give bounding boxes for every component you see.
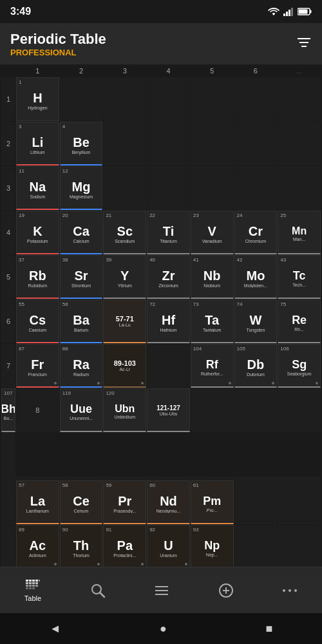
element-U[interactable]: 92 U Uranium [147, 525, 190, 567]
col-7-header: ... [278, 66, 321, 76]
element-W[interactable]: 74 W Tungsten [234, 299, 278, 343]
element-Ba[interactable]: 56 Ba Barium [60, 299, 103, 343]
empty-2-3 [103, 122, 146, 166]
period-1-label: 1 [1, 77, 15, 121]
element-Np[interactable]: 93 Np Nep... [191, 525, 234, 567]
add-icon [218, 583, 234, 598]
element-Mg[interactable]: 12 Mg Magnesium [60, 166, 103, 210]
element-La[interactable]: 57 La Lanthanum [16, 480, 59, 524]
filter-button[interactable] [296, 35, 312, 52]
svg-rect-22 [35, 585, 38, 587]
empty-1-4 [147, 77, 190, 121]
back-button[interactable]: ◄ [50, 622, 61, 636]
element-Ac[interactable]: 89 Ac Actinium [16, 525, 59, 567]
svg-rect-10 [26, 580, 28, 582]
element-Ti[interactable]: 22 Ti Titanium [147, 211, 190, 254]
element-Cs[interactable]: 55 Cs Caesium [16, 299, 59, 343]
nav-list[interactable] [154, 584, 169, 597]
element-K[interactable]: 19 K Potassium [16, 211, 59, 254]
periodic-table-scroll[interactable]: 1 2 3 4 5 6 ... 1 1 H Hydrogen [0, 64, 322, 567]
svg-rect-0 [283, 14, 285, 16]
element-UbuUbs[interactable]: 121-127 Ubu-Ubs [147, 388, 190, 432]
svg-rect-1 [286, 12, 288, 16]
element-Fr[interactable]: 87 Fr Francium [16, 344, 59, 388]
empty-3-3 [103, 166, 146, 210]
element-Uue[interactable]: 119 Uue Ununenni... [60, 388, 103, 432]
bottom-nav: Table [0, 567, 322, 613]
element-Mn[interactable]: 25 Mn Man... [278, 211, 321, 254]
element-Zr[interactable]: 40 Zr Zirconium [147, 255, 190, 299]
header-title-block: Periodic Table PROFESSIONAL [10, 31, 106, 57]
svg-rect-24 [29, 587, 32, 589]
period-8-label: 8 [16, 388, 59, 432]
nav-table[interactable]: Table [24, 579, 41, 602]
col-3-header: 3 [103, 66, 146, 76]
empty-8-7 [1, 433, 15, 477]
status-time: 3:49 [10, 6, 31, 17]
empty-1-2 [60, 77, 103, 121]
svg-rect-15 [26, 582, 28, 584]
main-content: 1 2 3 4 5 6 ... 1 1 H Hydrogen [0, 64, 322, 567]
element-Y[interactable]: 39 Y Yttrium [103, 255, 146, 299]
element-Sr[interactable]: 38 Sr Strontium [60, 255, 103, 299]
empty-2-7 [278, 122, 321, 166]
home-button[interactable]: ● [160, 622, 167, 636]
element-Pm[interactable]: 61 Pm Pro... [191, 480, 234, 524]
nav-more[interactable] [282, 588, 298, 593]
empty-la-6 [234, 480, 278, 524]
element-Cr[interactable]: 24 Cr Chromium [234, 211, 278, 254]
element-Sc[interactable]: 21 Sc Scandium [103, 211, 146, 254]
element-Th[interactable]: 90 Th Thorium [60, 525, 103, 567]
empty-la-label [1, 480, 15, 524]
svg-rect-11 [29, 580, 32, 582]
element-Tc[interactable]: 43 Tc Tech... [278, 255, 321, 299]
nav-add[interactable] [218, 583, 234, 598]
col-5-header: 5 [191, 66, 234, 76]
empty-3-6 [234, 166, 278, 210]
lanthanide-row: 57 La Lanthanum 58 Ce Cerium 59 Pr Prase… [1, 480, 321, 567]
element-Ta[interactable]: 73 Ta Tantalum [191, 299, 234, 343]
element-Be[interactable]: 4 Be Beryllium [60, 122, 103, 166]
element-Pa[interactable]: 91 Pa Protactini... [103, 525, 146, 567]
element-Hf[interactable]: 72 Hf Hafnium [147, 299, 190, 343]
list-icon [154, 584, 169, 597]
element-Mo[interactable]: 42 Mo Molybden... [234, 255, 278, 299]
element-Db[interactable]: 105 Db Dubnium [234, 344, 278, 388]
element-Ca[interactable]: 20 Ca Calcium [60, 211, 103, 254]
element-Nb[interactable]: 41 Nb Niobium [191, 255, 234, 299]
col-4-header: 4 [147, 66, 190, 76]
svg-rect-2 [289, 10, 290, 16]
element-Rb[interactable]: 37 Rb Rubidium [16, 255, 59, 299]
table-icon [25, 579, 41, 592]
element-Nd[interactable]: 60 Nd Neodymiu... [147, 480, 190, 524]
element-Ce[interactable]: 58 Ce Cerium [60, 480, 103, 524]
element-Ra[interactable]: 88 Ra Radium [60, 344, 103, 388]
element-Li[interactable]: 3 Li Lithium [16, 122, 59, 166]
element-H[interactable]: 1 H Hydrogen [16, 77, 59, 121]
element-AcLr[interactable]: 89-103 Ac-Lr [103, 344, 146, 388]
element-Ubn[interactable]: 120 Ubn Unbinilium [103, 388, 146, 432]
nav-search[interactable] [90, 583, 106, 598]
svg-rect-19 [26, 585, 28, 587]
element-Sg[interactable]: 106 Sg Seaborgium [278, 344, 321, 388]
empty-8-6 [278, 388, 321, 432]
empty-1-7 [278, 77, 321, 121]
col-header-empty [1, 66, 15, 76]
element-V[interactable]: 23 V Vanadium [191, 211, 234, 254]
col-1-header: 1 [16, 66, 59, 76]
empty-1-3 [103, 77, 146, 121]
app-subtitle: PROFESSIONAL [10, 48, 106, 57]
element-Na[interactable]: 11 Na Sodium [16, 166, 59, 210]
period-5-label: 5 [1, 255, 15, 299]
svg-rect-25 [32, 587, 35, 589]
svg-point-34 [283, 589, 285, 592]
svg-rect-13 [35, 580, 38, 582]
search-icon [90, 583, 106, 598]
recent-button[interactable]: ■ [265, 622, 272, 636]
element-Pr[interactable]: 59 Pr Praseody... [103, 480, 146, 524]
element-LaLu[interactable]: 57-71 La-Lu [103, 299, 146, 343]
element-Re[interactable]: 75 Re Rh... [278, 299, 321, 343]
empty-2-6 [234, 122, 278, 166]
element-Rf[interactable]: 104 Rf Rutherfor... [191, 344, 234, 388]
element-Bh[interactable]: 107 Bh Bo... [1, 388, 15, 432]
